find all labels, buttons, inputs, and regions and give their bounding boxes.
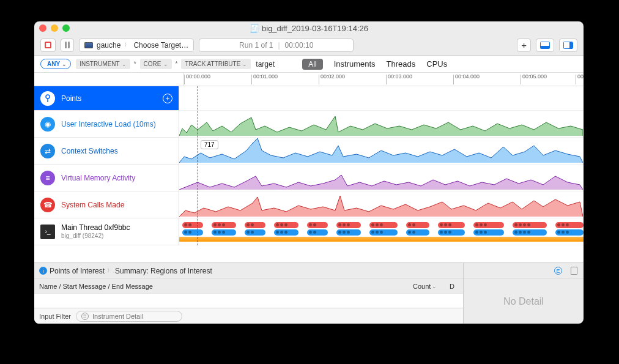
col-count[interactable]: Count⌄: [413, 283, 450, 290]
scope-tabs: All Instruments Threads CPUs: [302, 59, 447, 70]
cpu-icon: ◉: [40, 117, 55, 132]
run-selector[interactable]: Run 1 of 1 | 00:00:10: [199, 39, 354, 52]
lane-sc: [179, 191, 584, 218]
track-cs-label: Context Switches: [61, 147, 118, 155]
switch-icon: ⇄: [40, 144, 55, 158]
window-title-text: big_diff_2019-03-16T19:14:26: [262, 24, 368, 33]
run-label: Run 1 of 1: [239, 41, 273, 50]
track-uil-label: User Interactive Load (10ms): [61, 120, 156, 128]
tab-all[interactable]: All: [302, 59, 322, 70]
extended-detail-icon[interactable]: E: [554, 267, 562, 275]
points-icon: [40, 91, 55, 106]
tab-threads[interactable]: Threads: [387, 59, 416, 69]
crumb-1: Points of Interest: [50, 267, 105, 275]
ruler-scale: 00:00.000 00:01.000 00:02.000 00:03.000 …: [184, 73, 584, 86]
instrument-detail-filter[interactable]: ≡: [76, 311, 182, 322]
plus-icon: +: [521, 40, 527, 50]
toolbar: gauche 〉 Choose Target… Run 1 of 1 | 00:…: [34, 35, 584, 56]
info-icon: i: [39, 267, 47, 275]
window-title: 🧾 big_diff_2019-03-16T19:14:26: [250, 24, 368, 33]
chevron-right-icon: 〉: [124, 41, 130, 49]
titlebar: 🧾 big_diff_2019-03-16T19:14:26: [34, 21, 584, 35]
target-action: Choose Target…: [133, 41, 188, 50]
run-time: 00:00:10: [285, 41, 314, 50]
detail-table-body[interactable]: [34, 294, 463, 308]
thread-process: big_diff (98242): [61, 232, 130, 239]
lane-cs: 717: [179, 138, 584, 165]
lane-uil: [179, 111, 584, 138]
instruments-window: 🧾 big_diff_2019-03-16T19:14:26 gauche 〉 …: [34, 21, 584, 324]
track-points-label: Points: [61, 94, 81, 103]
chevron-down-icon: ⌄: [62, 61, 67, 67]
track-context-switches[interactable]: ⇄ Context Switches: [34, 138, 179, 165]
add-track-icon[interactable]: +: [163, 94, 172, 103]
inspector-panel: E No Detail: [463, 263, 584, 324]
detail-footer: Input Filter ≡: [34, 308, 463, 324]
match-any-pill[interactable]: ANY⌄: [40, 59, 71, 69]
col-d[interactable]: D: [450, 283, 458, 290]
track-vm-label: Virtual Memory Activity: [61, 174, 135, 182]
crumb-2: Summary: Regions of Interest: [115, 267, 212, 275]
tab-cpus[interactable]: CPUs: [426, 59, 447, 69]
run-info-icon[interactable]: [571, 267, 577, 275]
record-button[interactable]: [40, 39, 56, 52]
document-icon: 🧾: [250, 24, 259, 33]
window-controls: [39, 24, 70, 32]
instrument-detail-input[interactable]: [92, 313, 177, 320]
filter-icon: ≡: [81, 313, 89, 320]
panel-side-icon: [563, 42, 573, 49]
track-points[interactable]: Points +: [34, 86, 179, 111]
tab-instruments[interactable]: Instruments: [334, 59, 376, 69]
chevron-down-icon: ⌄: [432, 283, 437, 289]
detail-panel: i Points of Interest 〉 Summary: Regions …: [34, 262, 584, 324]
no-detail-label: No Detail: [464, 279, 584, 324]
syscall-icon: ☎: [40, 198, 55, 212]
lane-thread: [179, 218, 584, 245]
thread-name: Main Thread 0xf9bbc: [61, 224, 130, 232]
track-system-calls[interactable]: ☎ System Calls Made: [34, 191, 179, 218]
detail-breadcrumb[interactable]: i Points of Interest 〉 Summary: Regions …: [34, 263, 463, 279]
time-ruler[interactable]: 00:00.000 00:01.000 00:02.000 00:03.000 …: [34, 73, 584, 86]
inspector-head: E: [464, 263, 584, 279]
lane-vm: [179, 165, 584, 191]
terminal-icon: ›_: [40, 225, 55, 239]
cs-value-tooltip: 717: [201, 140, 218, 149]
add-button[interactable]: +: [517, 39, 531, 52]
toggle-side-panel[interactable]: [559, 39, 577, 52]
pause-button[interactable]: [61, 39, 74, 52]
chip-track-attribute[interactable]: TRACK ATTRIBUTE⌄: [181, 59, 251, 69]
detail-columns: Name / Start Message / End Message Count…: [34, 279, 463, 294]
track-canvas[interactable]: 717: [179, 86, 584, 245]
timeline: 00:00.000 00:01.000 00:02.000 00:03.000 …: [34, 73, 584, 262]
filter-bar: ANY⌄ INSTRUMENT⌄ * CORE⌄ * TRACK ATTRIBU…: [34, 56, 584, 73]
chip-core[interactable]: CORE⌄: [140, 59, 172, 69]
track-sc-label: System Calls Made: [61, 201, 124, 209]
svg-point-0: [46, 95, 50, 98]
target-host: gauche: [97, 41, 120, 50]
playhead[interactable]: [198, 86, 198, 245]
memory-icon: ≡: [40, 171, 55, 185]
minimize-icon[interactable]: [51, 24, 58, 32]
col-name[interactable]: Name / Start Message / End Message: [39, 283, 413, 290]
target-selector[interactable]: gauche 〉 Choose Target…: [79, 39, 194, 52]
chevron-right-icon: 〉: [107, 267, 113, 275]
input-filter-label: Input Filter: [39, 313, 71, 320]
track-main-thread[interactable]: ›_ Main Thread 0xf9bbc big_diff (98242): [34, 218, 179, 245]
filter-input[interactable]: [256, 60, 292, 69]
track-virtual-memory[interactable]: ≡ Virtual Memory Activity: [34, 165, 179, 191]
track-user-interactive-load[interactable]: ◉ User Interactive Load (10ms): [34, 111, 179, 138]
track-labels: Points + ◉ User Interactive Load (10ms) …: [34, 86, 179, 245]
toggle-bottom-panel[interactable]: [536, 39, 554, 52]
close-icon[interactable]: [39, 24, 46, 32]
panel-bottom-icon: [540, 42, 550, 49]
zoom-icon[interactable]: [62, 24, 70, 32]
chip-instrument[interactable]: INSTRUMENT⌄: [76, 59, 130, 69]
laptop-icon: [84, 42, 93, 48]
